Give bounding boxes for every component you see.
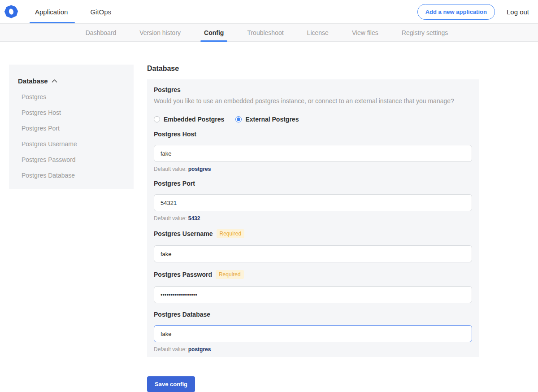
field-postgres-password: Postgres Password Required <box>154 270 472 303</box>
sidebar-item-postgres-host[interactable]: Postgres Host <box>22 109 125 116</box>
field-postgres-port: Postgres Port Default value: 5432 <box>154 180 472 222</box>
radio-external-label: External Postgres <box>245 116 299 123</box>
sidebar-group-database[interactable]: Database <box>18 77 125 85</box>
field-postgres-database: Postgres Database Default value: postgre… <box>154 311 472 353</box>
postgres-database-default: Default value: postgres <box>154 346 472 353</box>
default-value: postgres <box>188 166 211 172</box>
required-badge: Required <box>217 229 245 238</box>
radio-unchecked-icon <box>154 116 160 122</box>
sidebar-item-postgres-port[interactable]: Postgres Port <box>22 125 125 131</box>
postgres-password-label: Postgres Password <box>154 271 212 278</box>
postgres-radio-group: Embedded Postgres External Postgres <box>154 116 472 123</box>
default-value: postgres <box>188 346 211 353</box>
logout-button[interactable]: Log out <box>507 8 529 16</box>
chevron-up-icon <box>52 79 57 83</box>
sidebar-item-postgres-username[interactable]: Postgres Username <box>22 141 125 147</box>
postgres-database-label: Postgres Database <box>154 311 210 318</box>
radio-embedded-label: Embedded Postgres <box>164 116 224 123</box>
secondary-nav: Dashboard Version history Config Trouble… <box>0 23 538 42</box>
nav-item-view-files[interactable]: View files <box>352 24 378 41</box>
field-postgres-username: Postgres Username Required <box>154 229 472 262</box>
postgres-port-default: Default value: 5432 <box>154 215 472 222</box>
page-title: Database <box>147 65 479 73</box>
sidebar-item-postgres-password[interactable]: Postgres Password <box>22 157 125 163</box>
radio-checked-icon <box>235 116 242 122</box>
default-label: Default value: <box>154 346 187 353</box>
nav-item-license[interactable]: License <box>307 24 329 41</box>
postgres-username-label: Postgres Username <box>154 230 213 237</box>
sidebar-item-postgres-database[interactable]: Postgres Database <box>22 172 125 179</box>
postgres-help-text: Would you like to use an embedded postgr… <box>154 97 472 105</box>
nav-item-config[interactable]: Config <box>204 24 224 41</box>
nav-item-troubleshoot[interactable]: Troubleshoot <box>247 24 283 41</box>
add-application-button[interactable]: Add a new application <box>417 4 495 20</box>
field-postgres-host: Postgres Host Default value: postgres <box>154 131 472 172</box>
default-value: 5432 <box>188 215 200 222</box>
content-area: Database Postgres Postgres Host Postgres… <box>0 42 538 392</box>
config-card: Postgres Would you like to use an embedd… <box>147 79 479 357</box>
postgres-port-input[interactable] <box>154 194 472 211</box>
postgres-group-label: Postgres <box>154 86 472 93</box>
postgres-database-input[interactable] <box>154 325 472 342</box>
postgres-password-input[interactable] <box>154 286 472 303</box>
default-label: Default value: <box>154 215 187 222</box>
nav-item-registry-settings[interactable]: Registry settings <box>402 24 448 41</box>
postgres-port-label: Postgres Port <box>154 180 195 187</box>
postgres-host-label: Postgres Host <box>154 131 196 138</box>
sidebar-item-postgres[interactable]: Postgres <box>22 94 125 100</box>
save-config-button[interactable]: Save config <box>147 376 195 392</box>
radio-embedded-postgres[interactable]: Embedded Postgres <box>154 116 224 123</box>
sidebar-group-label: Database <box>18 77 48 85</box>
postgres-host-default: Default value: postgres <box>154 166 472 172</box>
postgres-username-input[interactable] <box>154 245 472 262</box>
save-wrap: Save config <box>147 357 479 392</box>
radio-external-postgres[interactable]: External Postgres <box>235 116 299 123</box>
nav-item-version-history[interactable]: Version history <box>139 24 181 41</box>
config-main: Database Postgres Would you like to use … <box>147 65 479 392</box>
tab-gitops[interactable]: GitOps <box>87 0 114 23</box>
top-header: Application GitOps Add a new application… <box>0 0 538 23</box>
default-label: Default value: <box>154 166 187 172</box>
config-sidebar: Database Postgres Postgres Host Postgres… <box>9 65 134 189</box>
tab-application[interactable]: Application <box>32 0 70 23</box>
app-logo-icon <box>4 5 18 18</box>
primary-tabs: Application GitOps <box>32 0 114 23</box>
postgres-host-input[interactable] <box>154 145 472 162</box>
nav-item-dashboard[interactable]: Dashboard <box>86 24 117 41</box>
required-badge: Required <box>216 270 244 279</box>
